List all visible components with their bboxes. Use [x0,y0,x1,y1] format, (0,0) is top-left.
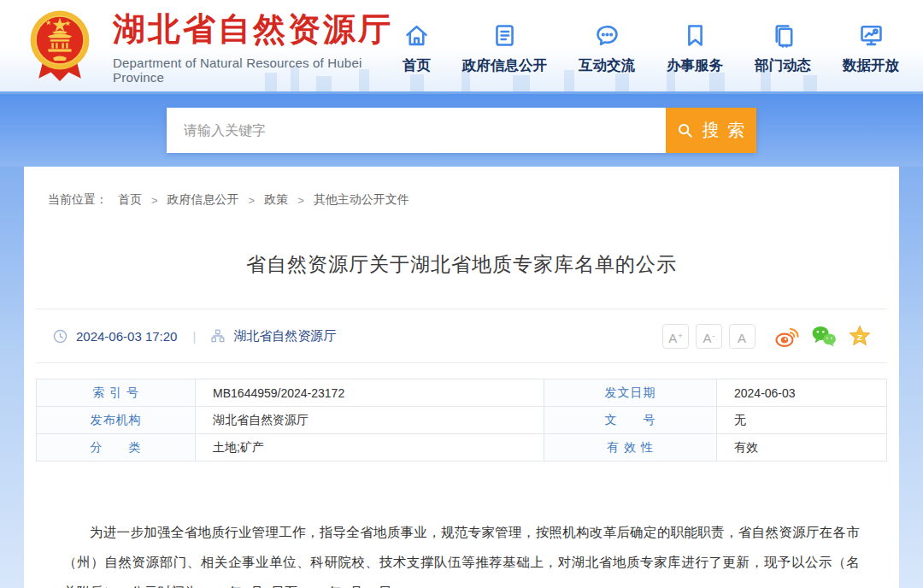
nav-item-home[interactable]: 首页 [403,22,431,75]
meta-value-index-number: MB1644959/2024-23172 [196,379,544,407]
search-button-label: 搜 索 [703,119,747,142]
main-nav: 首页 政府信息公开 互动交流 办事服务 部门动态 [403,17,899,75]
meta-label-validity: 有 效 性 [544,434,717,462]
article-source: 湖北省自然资源厅 [233,328,336,344]
source-sitemap-icon [211,329,225,343]
site-header: 湖北省自然资源厅 Department of Natural Resources… [0,0,923,91]
share-buttons: Z [774,325,872,348]
font-btn-sup: - [713,332,715,340]
font-btn-label: A [668,332,677,344]
qzone-share-icon[interactable]: Z [848,325,872,348]
svg-text:Z: Z [857,332,862,341]
article-tools: A+ A- A [662,324,872,349]
bookmark-icon [682,22,708,49]
font-increase-button[interactable]: A+ [662,324,689,349]
wechat-share-icon[interactable] [811,325,837,347]
breadcrumb-item-current[interactable]: 其他主动公开文件 [314,192,409,208]
national-emblem-logo [26,8,94,86]
font-btn-label: A [703,332,711,344]
nav-label: 首页 [403,56,431,75]
font-default-button[interactable]: A [729,324,755,349]
meta-separator: | [192,329,196,344]
search-button[interactable]: 搜 索 [666,108,756,153]
publish-time: 2024-06-03 17:20 [76,329,177,344]
article-meta: 2024-06-03 17:20 | 湖北省自然资源厅 [53,328,336,344]
page-title: 省自然资源厅关于湖北省地质专家库名单的公示 [36,251,887,278]
home-icon [403,22,430,49]
nav-label: 办事服务 [667,56,723,75]
font-decrease-button[interactable]: A- [696,324,722,349]
meta-value-validity: 有效 [716,434,886,462]
site-title-english: Department of Natural Resources of Hubei… [113,56,403,85]
clock-icon [53,329,68,344]
meta-row-2: 发布机构 湖北省自然资源厅 文 号 无 [37,407,887,434]
meta-label-document-number: 文 号 [544,407,717,434]
nav-label: 部门动态 [755,56,811,75]
meta-value-issuing-agency: 湖北省自然资源厅 [196,407,544,434]
monitor-chart-icon [858,22,885,49]
breadcrumb-item-home[interactable]: 首页 [118,192,142,208]
font-btn-sup: + [678,332,682,340]
chat-bubble-icon [594,22,620,49]
breadcrumb-prefix: 当前位置： [48,192,108,208]
breadcrumb: 当前位置： 首页 > 政府信息公开 > 政策 > 其他主动公开文件 [36,167,887,208]
search-band: 搜 索 [0,91,923,167]
weibo-share-icon[interactable] [774,325,800,347]
search-box: 搜 索 [167,108,756,153]
meta-value-issue-date: 2024-06-03 [716,379,886,407]
meta-value-document-number: 无 [716,407,886,434]
document-meta-table: 索 引 号 MB1644959/2024-23172 发文日期 2024-06-… [36,379,887,462]
nav-item-department-news[interactable]: 部门动态 [755,22,811,75]
meta-row-1: 索 引 号 MB1644959/2024-23172 发文日期 2024-06-… [37,379,887,407]
search-input[interactable] [167,108,666,153]
breadcrumb-item-gov-info[interactable]: 政府信息公开 [168,192,239,208]
meta-value-category: 土地;矿产 [196,434,544,462]
nav-label: 政府信息公开 [462,56,547,75]
page-background: 当前位置： 首页 > 政府信息公开 > 政策 > 其他主动公开文件 省自然资源厅… [0,167,923,588]
meta-label-category: 分 类 [37,434,196,462]
breadcrumb-item-policy[interactable]: 政策 [264,192,288,208]
nav-item-interaction[interactable]: 互动交流 [579,22,635,75]
article-body-paragraph: 为进一步加强全省地质行业管理工作，指导全省地质事业，规范专家管理，按照机构改革后… [63,518,860,588]
nav-item-gov-info[interactable]: 政府信息公开 [462,22,547,75]
meta-label-issue-date: 发文日期 [544,379,717,407]
search-icon [676,121,695,140]
breadcrumb-separator: > [151,194,158,207]
article-info-bar: 2024-06-03 17:20 | 湖北省自然资源厅 A+ A- A [36,309,887,363]
meta-label-issuing-agency: 发布机构 [37,407,196,434]
nav-item-services[interactable]: 办事服务 [667,22,723,75]
documents-icon [770,22,797,49]
font-btn-label: A [738,332,746,344]
nav-item-open-data[interactable]: 数据开放 [843,22,899,75]
site-branding: 湖北省自然资源厅 Department of Natural Resources… [113,8,403,85]
breadcrumb-separator: > [297,194,304,207]
nav-label: 数据开放 [843,56,899,75]
nav-label: 互动交流 [579,56,635,75]
meta-label-index-number: 索 引 号 [37,379,196,407]
breadcrumb-separator: > [249,194,256,207]
document-icon [491,22,518,49]
content-card: 当前位置： 首页 > 政府信息公开 > 政策 > 其他主动公开文件 省自然资源厅… [24,167,899,588]
site-title: 湖北省自然资源厅 [113,8,403,51]
meta-row-3: 分 类 土地;矿产 有 效 性 有效 [37,434,887,462]
